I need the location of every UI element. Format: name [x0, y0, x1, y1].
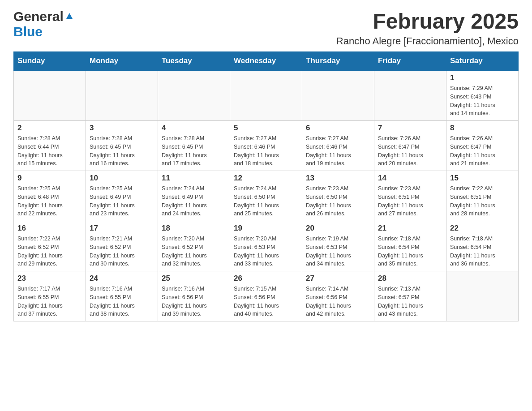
- logo-general-text: General: [13, 9, 64, 24]
- day-number: 4: [162, 124, 226, 133]
- day-number: 3: [90, 124, 154, 133]
- logo-triangle-icon: [64, 11, 74, 21]
- day-of-week-header: Friday: [374, 52, 446, 71]
- day-info: Sunrise: 7:20 AM Sunset: 6:52 PM Dayligh…: [162, 235, 226, 268]
- logo: General Blue: [13, 9, 74, 39]
- calendar-day-cell: 5Sunrise: 7:27 AM Sunset: 6:46 PM Daylig…: [230, 121, 302, 171]
- day-info: Sunrise: 7:25 AM Sunset: 6:49 PM Dayligh…: [90, 184, 154, 218]
- day-number: 20: [306, 224, 370, 233]
- day-number: 21: [378, 224, 442, 233]
- calendar-header: SundayMondayTuesdayWednesdayThursdayFrid…: [14, 52, 519, 71]
- day-number: 15: [450, 174, 515, 183]
- day-number: 22: [450, 224, 515, 233]
- calendar-day-cell: [86, 70, 158, 121]
- day-info: Sunrise: 7:21 AM Sunset: 6:52 PM Dayligh…: [90, 235, 154, 268]
- calendar-day-cell: 18Sunrise: 7:20 AM Sunset: 6:52 PM Dayli…: [158, 221, 230, 271]
- calendar-day-cell: [14, 70, 86, 121]
- day-number: 5: [234, 124, 298, 133]
- day-number: 14: [378, 174, 442, 183]
- title-block: February 2025 Rancho Alegre [Fraccionami…: [336, 9, 519, 47]
- calendar-day-cell: [374, 70, 446, 121]
- calendar-day-cell: 7Sunrise: 7:26 AM Sunset: 6:47 PM Daylig…: [374, 121, 446, 171]
- calendar-day-cell: 24Sunrise: 7:16 AM Sunset: 6:55 PM Dayli…: [86, 271, 158, 321]
- calendar-day-cell: 13Sunrise: 7:23 AM Sunset: 6:50 PM Dayli…: [302, 171, 374, 221]
- calendar-day-cell: 12Sunrise: 7:24 AM Sunset: 6:50 PM Dayli…: [230, 171, 302, 221]
- day-number: 18: [162, 224, 226, 233]
- day-of-week-header: Wednesday: [230, 52, 302, 71]
- month-year-title: February 2025: [336, 9, 519, 34]
- day-info: Sunrise: 7:22 AM Sunset: 6:52 PM Dayligh…: [17, 235, 82, 268]
- calendar-week-row: 9Sunrise: 7:25 AM Sunset: 6:48 PM Daylig…: [14, 171, 519, 221]
- day-number: 27: [306, 274, 370, 283]
- calendar-day-cell: 10Sunrise: 7:25 AM Sunset: 6:49 PM Dayli…: [86, 171, 158, 221]
- calendar-day-cell: 1Sunrise: 7:29 AM Sunset: 6:43 PM Daylig…: [446, 70, 519, 121]
- calendar-day-cell: 14Sunrise: 7:23 AM Sunset: 6:51 PM Dayli…: [374, 171, 446, 221]
- day-info: Sunrise: 7:16 AM Sunset: 6:56 PM Dayligh…: [162, 285, 226, 318]
- calendar-week-row: 16Sunrise: 7:22 AM Sunset: 6:52 PM Dayli…: [14, 221, 519, 271]
- day-of-week-header: Sunday: [14, 52, 86, 71]
- day-number: 28: [378, 274, 442, 283]
- logo-blue-text: Blue: [13, 24, 43, 39]
- calendar-day-cell: 9Sunrise: 7:25 AM Sunset: 6:48 PM Daylig…: [14, 171, 86, 221]
- day-info: Sunrise: 7:24 AM Sunset: 6:49 PM Dayligh…: [162, 184, 226, 218]
- page-header: General Blue February 2025 Rancho Alegre…: [13, 9, 519, 47]
- day-number: 13: [306, 174, 370, 183]
- calendar-day-cell: 8Sunrise: 7:26 AM Sunset: 6:47 PM Daylig…: [446, 121, 519, 171]
- calendar-day-cell: [302, 70, 374, 121]
- day-info: Sunrise: 7:18 AM Sunset: 6:54 PM Dayligh…: [378, 235, 442, 268]
- day-number: 2: [17, 124, 82, 133]
- calendar-day-cell: 22Sunrise: 7:18 AM Sunset: 6:54 PM Dayli…: [446, 221, 519, 271]
- calendar-day-cell: 4Sunrise: 7:28 AM Sunset: 6:45 PM Daylig…: [158, 121, 230, 171]
- day-info: Sunrise: 7:23 AM Sunset: 6:50 PM Dayligh…: [306, 184, 370, 218]
- day-info: Sunrise: 7:19 AM Sunset: 6:53 PM Dayligh…: [306, 235, 370, 268]
- day-number: 11: [162, 174, 226, 183]
- day-info: Sunrise: 7:22 AM Sunset: 6:51 PM Dayligh…: [450, 184, 515, 218]
- day-number: 9: [17, 174, 82, 183]
- calendar-day-cell: 25Sunrise: 7:16 AM Sunset: 6:56 PM Dayli…: [158, 271, 230, 321]
- calendar-day-cell: 28Sunrise: 7:13 AM Sunset: 6:57 PM Dayli…: [374, 271, 446, 321]
- day-of-week-header: Saturday: [446, 52, 519, 71]
- svg-marker-0: [66, 13, 73, 19]
- day-info: Sunrise: 7:16 AM Sunset: 6:55 PM Dayligh…: [90, 285, 154, 318]
- calendar-day-cell: 6Sunrise: 7:27 AM Sunset: 6:46 PM Daylig…: [302, 121, 374, 171]
- day-info: Sunrise: 7:28 AM Sunset: 6:45 PM Dayligh…: [90, 134, 154, 168]
- day-number: 7: [378, 124, 442, 133]
- calendar-day-cell: [158, 70, 230, 121]
- day-info: Sunrise: 7:29 AM Sunset: 6:43 PM Dayligh…: [450, 84, 515, 118]
- day-number: 23: [17, 274, 82, 283]
- calendar-week-row: 23Sunrise: 7:17 AM Sunset: 6:55 PM Dayli…: [14, 271, 519, 321]
- day-info: Sunrise: 7:24 AM Sunset: 6:50 PM Dayligh…: [234, 184, 298, 218]
- calendar-day-cell: 27Sunrise: 7:14 AM Sunset: 6:56 PM Dayli…: [302, 271, 374, 321]
- calendar-week-row: 1Sunrise: 7:29 AM Sunset: 6:43 PM Daylig…: [14, 70, 519, 121]
- day-number: 12: [234, 174, 298, 183]
- calendar-body: 1Sunrise: 7:29 AM Sunset: 6:43 PM Daylig…: [14, 70, 519, 321]
- calendar-day-cell: 15Sunrise: 7:22 AM Sunset: 6:51 PM Dayli…: [446, 171, 519, 221]
- day-number: 16: [17, 224, 82, 233]
- days-of-week-row: SundayMondayTuesdayWednesdayThursdayFrid…: [14, 52, 519, 71]
- day-number: 1: [450, 73, 515, 82]
- day-info: Sunrise: 7:13 AM Sunset: 6:57 PM Dayligh…: [378, 285, 442, 318]
- day-number: 8: [450, 124, 515, 133]
- day-number: 25: [162, 274, 226, 283]
- calendar-day-cell: 26Sunrise: 7:15 AM Sunset: 6:56 PM Dayli…: [230, 271, 302, 321]
- calendar-day-cell: 11Sunrise: 7:24 AM Sunset: 6:49 PM Dayli…: [158, 171, 230, 221]
- calendar-day-cell: 23Sunrise: 7:17 AM Sunset: 6:55 PM Dayli…: [14, 271, 86, 321]
- day-info: Sunrise: 7:20 AM Sunset: 6:53 PM Dayligh…: [234, 235, 298, 268]
- day-info: Sunrise: 7:14 AM Sunset: 6:56 PM Dayligh…: [306, 285, 370, 318]
- calendar-day-cell: [230, 70, 302, 121]
- calendar-day-cell: 20Sunrise: 7:19 AM Sunset: 6:53 PM Dayli…: [302, 221, 374, 271]
- day-info: Sunrise: 7:26 AM Sunset: 6:47 PM Dayligh…: [378, 134, 442, 168]
- day-info: Sunrise: 7:27 AM Sunset: 6:46 PM Dayligh…: [306, 134, 370, 168]
- day-info: Sunrise: 7:28 AM Sunset: 6:44 PM Dayligh…: [17, 134, 82, 168]
- day-info: Sunrise: 7:15 AM Sunset: 6:56 PM Dayligh…: [234, 285, 298, 318]
- day-info: Sunrise: 7:17 AM Sunset: 6:55 PM Dayligh…: [17, 285, 82, 318]
- day-number: 19: [234, 224, 298, 233]
- day-of-week-header: Monday: [86, 52, 158, 71]
- day-info: Sunrise: 7:25 AM Sunset: 6:48 PM Dayligh…: [17, 184, 82, 218]
- calendar-day-cell: 3Sunrise: 7:28 AM Sunset: 6:45 PM Daylig…: [86, 121, 158, 171]
- calendar-day-cell: 17Sunrise: 7:21 AM Sunset: 6:52 PM Dayli…: [86, 221, 158, 271]
- day-number: 10: [90, 174, 154, 183]
- day-of-week-header: Tuesday: [158, 52, 230, 71]
- location-subtitle: Rancho Alegre [Fraccionamiento], Mexico: [336, 35, 519, 47]
- day-number: 17: [90, 224, 154, 233]
